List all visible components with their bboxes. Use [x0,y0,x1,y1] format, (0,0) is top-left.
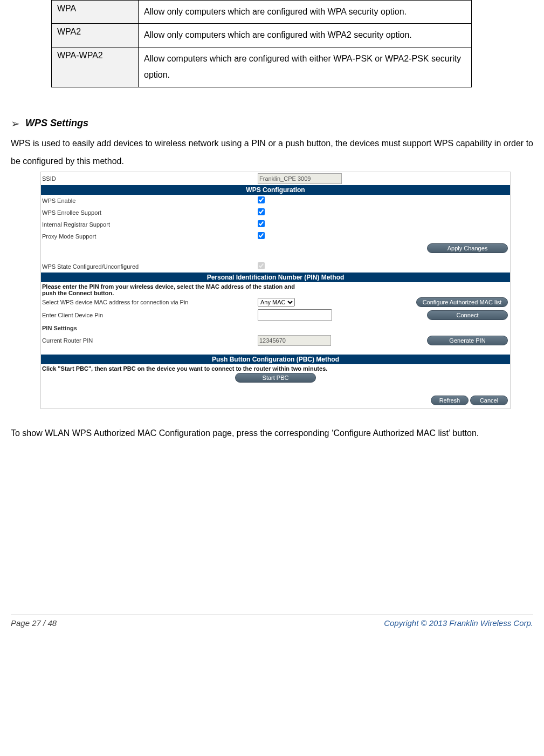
section-heading: ➢ WPS Settings [11,117,533,130]
select-mac-label: Select WPS device MAC address for connec… [42,299,258,305]
wps-enable-label: WPS Enable [42,197,258,204]
cell-val: Allow only computers which are configure… [139,1,472,24]
table-row: WPA Allow only computers which are confi… [52,1,472,24]
wps-config-bar: WPS Configuration [41,185,510,195]
configure-mac-list-button[interactable]: Configure Authorized MAC list [416,297,508,307]
table-row: WPA2 Allow only computers which are conf… [52,24,472,47]
wps-enable-checkbox[interactable] [258,196,265,203]
mac-select[interactable]: Any MAC [258,298,295,307]
pin-method-bar: Personal Identification Number (PIN) Met… [41,273,510,282]
pin-settings-label: PIN Settings [42,325,258,331]
generate-pin-button[interactable]: Generate PIN [427,336,508,345]
current-pin-input [258,335,331,346]
copyright-text: Copyright © 2013 Franklin Wireless Corp. [384,618,533,628]
bullet-arrow-icon: ➢ [11,117,20,130]
cell-val: Allow computers which are configured wit… [139,47,472,87]
connect-button[interactable]: Connect [427,310,508,320]
cancel-button[interactable]: Cancel [470,396,508,405]
internal-registrar-label: Internal Registrar Support [42,221,258,228]
wps-config-panel: SSID WPS Configuration WPS Enable WPS En… [40,172,511,409]
outro-paragraph: To show WLAN WPS Authorized MAC Configur… [11,424,533,442]
heading-text: WPS Settings [25,118,88,129]
wps-state-label: WPS State Configured/Unconfigured [42,263,258,270]
security-options-table: WPA Allow only computers which are confi… [51,0,472,87]
cell-val: Allow only computers which are configure… [139,24,472,47]
intro-paragraph: WPS is used to easily add devices to wir… [11,134,533,171]
page-number: Page 27 / 48 [11,618,57,628]
ssid-input [258,173,342,184]
ssid-label: SSID [42,175,258,182]
cell-key: WPA2 [52,24,139,47]
client-pin-input[interactable] [258,309,332,321]
wps-enrollee-label: WPS Enrollee Support [42,209,258,216]
table-row: WPA-WPA2 Allow computers which are confi… [52,47,472,87]
enter-pin-label: Enter Client Device Pin [42,312,258,318]
proxy-mode-label: Proxy Mode Support [42,233,258,240]
current-pin-label: Current Router PIN [42,337,258,344]
proxy-mode-checkbox[interactable] [258,232,265,239]
refresh-button[interactable]: Refresh [431,396,469,405]
pbc-method-bar: Push Button Configuration (PBC) Method [41,355,510,364]
pin-instructions: Please enter the PIN from your wireless … [41,282,301,296]
internal-registrar-checkbox[interactable] [258,220,265,227]
wps-enrollee-checkbox[interactable] [258,208,265,215]
apply-changes-button[interactable]: Apply Changes [427,243,508,253]
pbc-instructions: Click "Start PBC", then start PBC on the… [41,364,510,372]
cell-key: WPA-WPA2 [52,47,139,87]
wps-state-checkbox [258,262,265,269]
cell-key: WPA [52,1,139,24]
page-footer: Page 27 / 48 Copyright © 2013 Franklin W… [11,615,533,633]
start-pbc-button[interactable]: Start PBC [235,373,316,383]
